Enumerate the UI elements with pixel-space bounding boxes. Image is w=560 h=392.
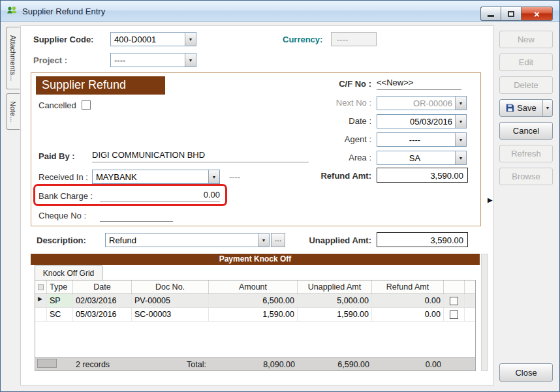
window-title: Supplier Refund Entry [22, 7, 105, 16]
project-combo[interactable]: ---- ▼ [110, 53, 196, 67]
grid-header-row: Type Date Doc No. Amount Unapplied Amt R… [35, 280, 475, 294]
footer-records: 2 records [73, 360, 132, 369]
chevron-down-icon[interactable]: ▼ [455, 115, 466, 128]
grid-header-amount[interactable]: Amount [209, 280, 298, 294]
currency-label: Currency: [283, 35, 322, 44]
browse-button[interactable]: Browse [499, 168, 553, 185]
agent-combo[interactable]: ---- ▼ [377, 132, 467, 147]
cancelled-checkbox[interactable] [82, 100, 91, 110]
cheque-no-field[interactable] [100, 209, 173, 222]
unapplied-amt-label: Unapplied Amt: [294, 235, 371, 245]
minimize-button[interactable] [480, 7, 501, 21]
window-controls: × [480, 7, 553, 21]
window: Supplier Refund Entry × Attachments... N… [0, 0, 560, 392]
save-button[interactable]: Save ▼ [499, 99, 553, 117]
cell-type: SP [47, 294, 73, 307]
cell-unapplied-amt: 1,590.00 [298, 308, 372, 321]
description-label: Description: [37, 235, 86, 245]
tab-note[interactable]: Note... [6, 93, 20, 130]
refund-amt-label: Refund Amt: [294, 171, 371, 181]
chevron-down-icon[interactable]: ▼ [185, 33, 196, 46]
unapplied-amt-field: 3,590.00 [377, 232, 468, 247]
grid-row-1[interactable]: ▶ SP 02/03/2016 PV-00005 6,500.00 5,000.… [35, 294, 475, 308]
cell-check [444, 308, 465, 321]
tab-knock-off-grid[interactable]: Knock Off Grid [35, 265, 102, 280]
cell-date: 02/03/2016 [73, 294, 132, 307]
chevron-down-icon[interactable]: ▼ [455, 133, 466, 146]
close-button[interactable]: Close [499, 363, 553, 382]
close-window-button[interactable]: × [521, 7, 553, 21]
description-combo[interactable]: Refund ▼ [105, 233, 270, 247]
cheque-no-label: Cheque No : [39, 211, 86, 220]
payment-knockoff-header: Payment Knock Off [31, 254, 480, 265]
grid-header-check [444, 280, 465, 294]
cell-amount: 1,590.00 [209, 308, 298, 321]
footer-total-amount: 8,090.00 [209, 360, 298, 369]
paid-by-field[interactable]: DIGI COMMUNICATION BHD [92, 150, 309, 162]
close-icon: × [534, 8, 540, 20]
chevron-down-icon[interactable]: ▼ [185, 53, 196, 67]
grid-empty-area [35, 322, 475, 357]
date-value: 05/03/2016 [377, 115, 455, 128]
chevron-down-icon[interactable]: ▼ [455, 151, 466, 164]
cell-filler [465, 294, 475, 307]
collapse-panel-icon[interactable]: ▶ [488, 196, 493, 204]
chevron-down-icon[interactable]: ▼ [258, 234, 269, 247]
supplier-code-combo[interactable]: 400-D0001 ▼ [110, 32, 196, 46]
maximize-button[interactable] [501, 7, 521, 21]
cell-refund-amt: 0.00 [372, 308, 444, 321]
edit-button[interactable]: Edit [499, 53, 553, 71]
refresh-button[interactable]: Refresh [499, 145, 553, 162]
footer-selector-box [35, 359, 73, 370]
cell-amount: 6,500.00 [209, 294, 298, 307]
supplier-code-value: 400-D0001 [111, 33, 185, 46]
tab-attachments[interactable]: Attachments... [6, 27, 20, 89]
received-in-combo[interactable]: MAYBANK ▼ [92, 170, 220, 184]
supplier-code-label: Supplier Code: [33, 35, 93, 44]
next-no-combo[interactable]: OR-00006 ▼ [377, 96, 467, 110]
grid-header-refund-amt[interactable]: Refund Amt [372, 280, 444, 294]
new-button[interactable]: New [499, 31, 553, 48]
save-dropdown[interactable]: ▼ [542, 100, 552, 116]
cell-doc-no: SC-00003 [132, 308, 209, 321]
paid-by-label: Paid By : [39, 151, 75, 161]
footer-total-refund: 0.00 [372, 360, 444, 369]
row-checkbox[interactable] [450, 310, 458, 319]
grid-header-doc-no[interactable]: Doc No. [132, 280, 209, 294]
grid-row-2[interactable]: SC 05/03/2016 SC-00003 1,590.00 1,590.00… [35, 308, 475, 322]
row-selector-cell: ▶ [35, 294, 47, 307]
received-in-extra: ---- [229, 172, 240, 182]
save-label: Save [517, 103, 537, 113]
description-more-button[interactable]: ... [271, 233, 285, 247]
refund-amt-field[interactable]: 3,590.00 [377, 168, 468, 183]
grid-header-type[interactable]: Type [47, 280, 73, 294]
delete-button[interactable]: Delete [499, 76, 553, 94]
grid-footer: 2 records Total: 8,090.00 6,590.00 0.00 [35, 357, 475, 370]
cell-refund-amt: 0.00 [372, 294, 444, 307]
project-label: Project : [33, 55, 67, 65]
chevron-down-icon[interactable]: ▼ [455, 97, 466, 110]
vertical-scrollbar[interactable] [481, 254, 488, 371]
area-combo[interactable]: SA ▼ [377, 151, 467, 165]
cancel-button[interactable]: Cancel [499, 122, 553, 140]
grid-header-date[interactable]: Date [73, 280, 132, 294]
cf-no-field[interactable]: <<New>> [377, 78, 461, 90]
chevron-down-icon[interactable]: ▼ [208, 170, 219, 183]
section-title-band: Supplier Refund [36, 76, 165, 95]
row-checkbox[interactable] [450, 297, 458, 305]
bank-charge-label: Bank Charge : [39, 191, 93, 201]
grid-header-unapplied-amt[interactable]: Unapplied Amt [298, 280, 372, 294]
date-combo[interactable]: 05/03/2016 ▼ [377, 114, 467, 128]
bank-charge-field[interactable]: 0.00 [100, 190, 220, 202]
cancelled-label: Cancelled [39, 100, 76, 110]
cell-date: 05/03/2016 [73, 308, 132, 321]
save-icon [506, 104, 514, 112]
received-in-value: MAYBANK [93, 170, 208, 183]
footer-total-label: Total: [132, 360, 209, 369]
titlebar: Supplier Refund Entry × [1, 1, 559, 22]
description-value: Refund [106, 234, 258, 247]
cell-unapplied-amt: 5,000.00 [298, 294, 372, 307]
cf-no-label: C/F No : [311, 79, 371, 89]
area-label: Area : [311, 153, 371, 162]
app-icon [6, 5, 18, 18]
